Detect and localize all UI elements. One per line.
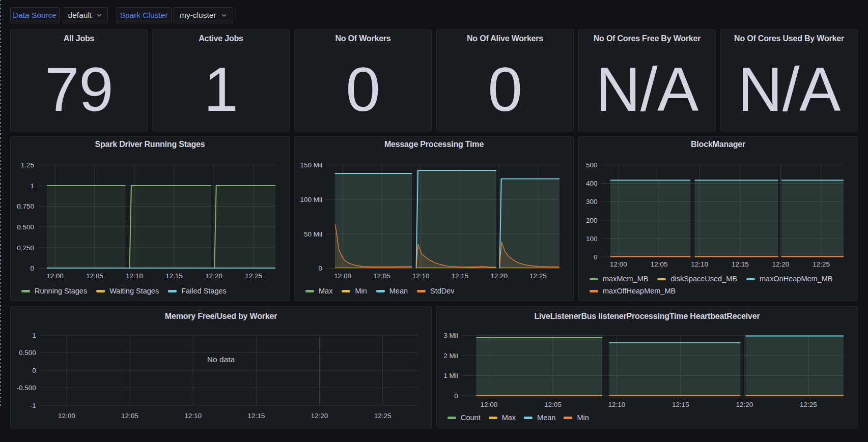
svg-text:1 Mil: 1 Mil [443,372,458,379]
svg-text:-1: -1 [30,401,36,409]
svg-text:12:20: 12:20 [736,400,753,408]
svg-text:12:15: 12:15 [452,272,469,279]
svg-text:12:20: 12:20 [772,260,790,268]
svg-text:300: 300 [586,198,598,205]
svg-text:12:05: 12:05 [86,272,103,279]
svg-text:12:10: 12:10 [608,400,626,408]
svg-text:0.500: 0.500 [17,223,34,231]
svg-text:12:25: 12:25 [245,272,262,279]
svg-text:0: 0 [454,392,458,400]
svg-text:12:20: 12:20 [311,411,328,419]
svg-text:12:00: 12:00 [46,272,64,279]
svg-text:12:25: 12:25 [800,400,817,408]
svg-text:150 Mil: 150 Mil [300,161,322,169]
svg-text:12:25: 12:25 [374,411,391,419]
svg-text:50 Mil: 50 Mil [304,230,322,238]
svg-text:1: 1 [30,182,34,189]
svg-text:12:00: 12:00 [334,272,351,279]
svg-text:200: 200 [586,216,598,224]
svg-text:12:05: 12:05 [121,411,138,419]
svg-text:0: 0 [32,366,36,374]
svg-text:12:05: 12:05 [651,260,668,268]
svg-text:2 Mil: 2 Mil [443,351,458,359]
svg-text:12:15: 12:15 [165,272,183,279]
svg-text:100: 100 [586,234,598,242]
svg-text:0.250: 0.250 [17,244,34,251]
svg-text:12:00: 12:00 [610,260,627,268]
svg-text:1: 1 [32,331,36,339]
svg-text:3 Mil: 3 Mil [443,332,458,339]
svg-text:12:10: 12:10 [126,272,143,279]
svg-text:12:05: 12:05 [544,400,562,408]
svg-text:0: 0 [318,264,322,272]
svg-text:100 Mil: 100 Mil [300,195,322,203]
svg-text:12:00: 12:00 [481,400,498,408]
svg-text:1.25: 1.25 [21,161,34,169]
svg-text:12:15: 12:15 [732,260,749,268]
svg-text:12:15: 12:15 [248,411,265,419]
svg-text:12:20: 12:20 [205,272,222,279]
svg-text:12:10: 12:10 [184,411,202,419]
svg-text:12:25: 12:25 [529,272,547,279]
svg-text:-0.500: -0.500 [16,384,36,392]
svg-text:0: 0 [594,253,598,260]
svg-text:12:25: 12:25 [813,260,830,268]
svg-text:12:10: 12:10 [691,260,708,268]
svg-text:12:00: 12:00 [58,411,75,419]
svg-text:12:15: 12:15 [672,400,689,408]
svg-text:12:05: 12:05 [373,272,390,279]
svg-text:400: 400 [586,180,598,187]
svg-text:500: 500 [586,161,598,169]
svg-text:0: 0 [30,264,34,272]
svg-text:12:20: 12:20 [490,272,508,279]
svg-text:0.750: 0.750 [17,202,34,210]
svg-text:12:10: 12:10 [412,272,430,279]
